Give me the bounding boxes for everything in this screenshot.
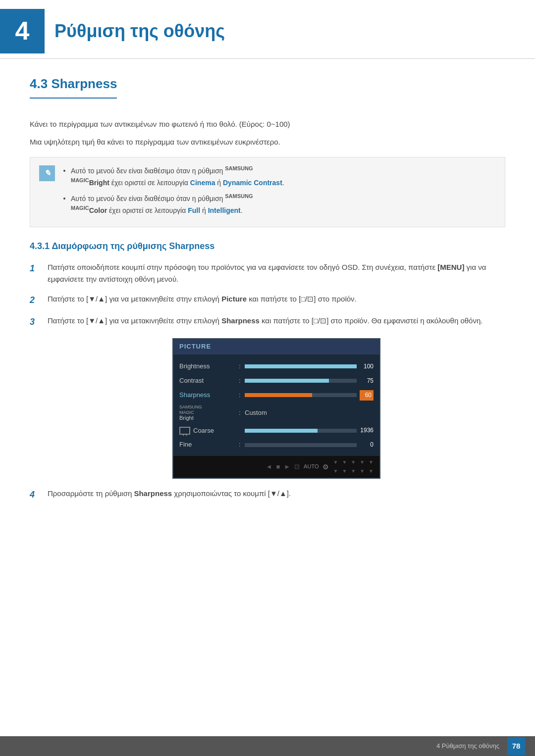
note-item-2: Αυτό το μενού δεν είναι διαθέσιμο όταν η… <box>71 192 284 216</box>
intro-line2: Μια υψηλότερη τιμή θα κάνει το περίγραμμ… <box>30 136 505 148</box>
osd-label-magic-bright: SAMSUNGMAGIC Bright <box>179 404 239 422</box>
section-name: Sharpness <box>51 76 117 91</box>
chapter-header: 4 Ρύθμιση της οθόνης <box>0 0 535 59</box>
step-2-text: Πατήστε το [▼/▲] για να μετακινηθείτε στ… <box>48 293 505 305</box>
osd-title-bar: PICTURE <box>173 339 379 354</box>
osd-row-magic-bright: SAMSUNGMAGIC Bright : Custom <box>179 403 374 424</box>
step-2-number: 2 <box>30 293 44 307</box>
osd-label-brightness: Brightness <box>179 361 239 372</box>
osd-row-fine: Fine : 0 <box>179 438 374 452</box>
step-4-number: 4 <box>30 488 44 502</box>
osd-row-contrast: Contrast : 75 <box>179 374 374 388</box>
step-2: 2 Πατήστε το [▼/▲] για να μετακινηθείτε … <box>30 293 505 307</box>
osd-gear-icon: ⚙ <box>322 461 329 472</box>
osd-content: Brightness : 100 Contrast : <box>173 354 379 456</box>
steps-list: 1 Πατήστε οποιοδήποτε κουμπί στην πρόσοψ… <box>30 261 505 330</box>
note-content: Αυτό το μενού δεν είναι διαθέσιμο όταν η… <box>62 164 284 220</box>
step-3: 3 Πατήστε το [▼/▲] για να μετακινηθείτε … <box>30 315 505 329</box>
osd-label-sharpness: Sharpness <box>179 390 239 401</box>
note-item-1: Αυτό το μενού δεν είναι διαθέσιμο όταν η… <box>71 164 284 188</box>
step-1: 1 Πατήστε οποιοδήποτε κουμπί στην πρόσοψ… <box>30 261 505 285</box>
intro-line1: Κάνει το περίγραμμα των αντικειμένων πιο… <box>30 118 505 130</box>
footer-page-number: 78 <box>507 737 525 755</box>
section-title: 4.3 Sharpness <box>30 74 117 99</box>
footer-text: 4 Ρύθμιση της οθόνης <box>436 741 499 752</box>
osd-container: PICTURE Brightness : 100 Contrast <box>48 338 505 479</box>
note-box: ✎ Αυτό το μενού δεν είναι διαθέσιμο όταν… <box>30 157 505 227</box>
step-1-text: Πατήστε οποιοδήποτε κουμπί στην πρόσοψη … <box>48 261 505 285</box>
osd-bottom-bar: ◄ ■ ► ⊡ AUTO ⚙ ▼▼ ▼▼ ▼▼ ▼▼ ▼▼ <box>173 456 379 478</box>
osd-row-coarse: Coarse 1936 <box>179 424 374 438</box>
osd-row-brightness: Brightness : 100 <box>179 359 374 374</box>
section-number: 4.3 <box>30 76 48 91</box>
chapter-title: Ρύθμιση της οθόνης <box>54 17 225 46</box>
subsection-title: 4.3.1 Διαμόρφωση της ρύθμισης Sharpness <box>30 239 505 253</box>
osd-label-fine: Fine <box>179 440 239 450</box>
step-4-text: Προσαρμόστε τη ρύθμιση Sharpness χρησιμο… <box>48 488 505 500</box>
step-3-number: 3 <box>30 315 44 329</box>
section-header: 4.3 Sharpness <box>30 74 505 108</box>
content-area: 4.3 Sharpness Κάνει το περίγραμμα των αν… <box>0 74 535 532</box>
chapter-number: 4 <box>0 9 45 53</box>
note-icon: ✎ <box>39 165 55 181</box>
osd-label-contrast: Contrast <box>179 376 239 386</box>
osd-value-magic-bright: Custom <box>245 408 267 418</box>
page-footer: 4 Ρύθμιση της οθόνης 78 <box>0 736 535 756</box>
step-4: 4 Προσαρμόστε τη ρύθμιση Sharpness χρησι… <box>30 488 505 502</box>
step-1-number: 1 <box>30 261 44 276</box>
osd-auto-label: AUTO <box>304 462 319 471</box>
osd-screen: PICTURE Brightness : 100 Contrast <box>172 338 380 479</box>
osd-row-sharpness: Sharpness : 60 <box>179 388 374 403</box>
step-3-text: Πατήστε το [▼/▲] για να μετακινηθείτε στ… <box>48 315 505 327</box>
